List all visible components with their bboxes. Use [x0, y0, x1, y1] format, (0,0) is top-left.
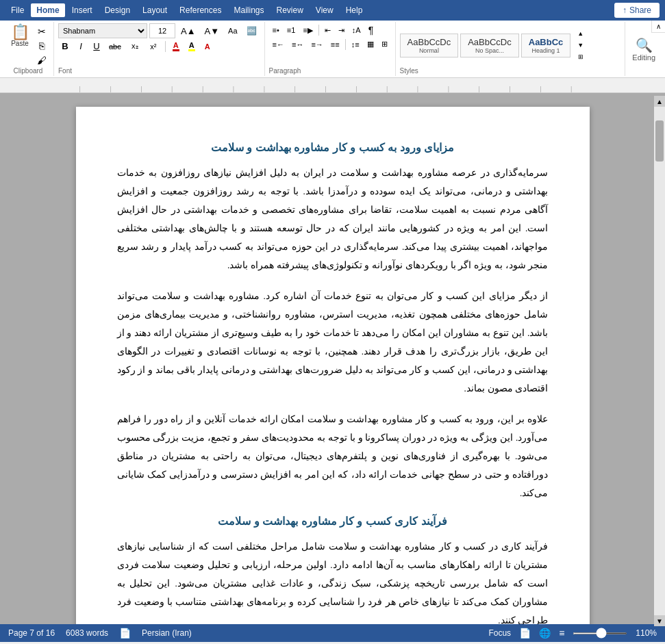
strikethrough-button[interactable]: abc — [105, 41, 125, 52]
font-group: Shabnam A▲ A▼ Aa 🔤 B I U abc x₂ x² A A A — [54, 22, 265, 76]
view-print-button[interactable]: 📄 — [519, 628, 531, 639]
home-menu-item[interactable]: Home — [31, 3, 64, 17]
font-color-button[interactable]: A — [169, 40, 183, 53]
underline-button[interactable]: U — [90, 40, 103, 53]
cut-button[interactable]: ✂ — [34, 25, 49, 38]
language-label: Persian (Iran) — [142, 628, 192, 638]
shading-button[interactable]: ▦ — [364, 38, 377, 50]
scroll-thumb[interactable] — [655, 120, 664, 162]
mailings-menu-item[interactable]: Mailings — [228, 3, 269, 17]
heading-2: فرآیند کاری کسب و کار مشاوره بهداشت و سل… — [117, 515, 549, 528]
view-outline-button[interactable]: ≡ — [559, 628, 564, 639]
italic-button[interactable]: I — [74, 40, 88, 53]
align-center-button[interactable]: ≡↔ — [288, 39, 307, 50]
align-left-button[interactable]: ≡← — [269, 39, 288, 50]
share-button[interactable]: ↑ Share — [614, 3, 660, 18]
scroll-up-button[interactable]: ▲ — [654, 96, 665, 107]
document-page: مزایای ورود به کسب و کار مشاوره بهداشت و… — [76, 107, 590, 624]
paste-icon: 📋 — [11, 25, 29, 40]
justify-button[interactable]: ≡≡ — [327, 39, 343, 50]
border-button[interactable]: ⊞ — [378, 38, 391, 50]
document-area: ▲ ▼ مزایای ورود به کسب و کار مشاوره بهدا… — [0, 93, 665, 624]
highlight-button[interactable]: A — [185, 40, 199, 53]
references-menu-item[interactable]: References — [174, 3, 227, 17]
title-bar: File Home Insert Design Layout Reference… — [0, 0, 665, 21]
paragraph-4[interactable]: فرآیند کاری در کسب و کار مشاوره بهداشت و… — [117, 537, 549, 624]
status-bar: Page 7 of 16 6083 words 📄 Persian (Iran)… — [0, 624, 665, 642]
paragraph-3[interactable]: علاوه بر این، ورود به کسب و کار مشاوره ب… — [117, 410, 549, 502]
numbering-button[interactable]: ≡1 — [284, 25, 299, 36]
view-menu-item[interactable]: View — [310, 3, 339, 17]
styles-group: AaBbCcDc Normal AaBbCcDc No Spac... AaBb… — [396, 22, 626, 76]
focus-button[interactable]: Focus — [488, 628, 511, 638]
style-no-space[interactable]: AaBbCcDc No Spac... — [460, 34, 519, 57]
heading-1: مزایای ورود به کسب و کار مشاوره بهداشت و… — [117, 141, 549, 154]
format-painter-button[interactable]: 🖌 — [34, 53, 49, 67]
superscript-button[interactable]: x² — [145, 41, 162, 52]
styles-scroll-down[interactable]: ▼ — [574, 40, 587, 51]
paragraph-1[interactable]: سرمایه‌گذاری در عرصه مشاوره بهداشت و سلا… — [117, 164, 549, 274]
paste-button[interactable]: 📋 Paste — [7, 23, 33, 49]
page-info: Page 7 of 16 — [8, 628, 55, 638]
subscript-button[interactable]: x₂ — [127, 40, 143, 52]
help-menu-item[interactable]: Help — [340, 3, 368, 17]
decrease-indent-button[interactable]: ⇤ — [321, 25, 334, 36]
insert-menu-item[interactable]: Insert — [66, 3, 98, 17]
sort-button[interactable]: ↕A — [349, 25, 364, 36]
ruler: | | | | | | | | | | | | | | | | | — [0, 78, 665, 93]
language-icon: 📄 — [119, 628, 131, 639]
share-icon: ↑ — [623, 5, 627, 15]
bullets-button[interactable]: ≡• — [269, 25, 283, 36]
style-normal[interactable]: AaBbCcDc Normal — [400, 34, 459, 57]
increase-font-button[interactable]: A▲ — [177, 25, 199, 38]
file-menu-item[interactable]: File — [5, 3, 29, 17]
align-right-button[interactable]: ≡→ — [308, 39, 326, 50]
style-heading1[interactable]: AaBbCc Heading 1 — [521, 34, 571, 57]
paragraph-group: ≡• ≡1 ≡▶ ⇤ ⇥ ↕A ¶ ≡← ≡↔ ≡→ ≡≡ ↕≡ ▦ ⊞ Par… — [265, 22, 396, 76]
paragraph-2[interactable]: از دیگر مزایای این کسب و کار می‌توان به … — [117, 287, 549, 398]
increase-indent-button[interactable]: ⇥ — [335, 25, 348, 36]
decrease-font-button[interactable]: A▼ — [201, 25, 223, 38]
copy-button[interactable]: ⎘ — [34, 39, 49, 53]
change-case-button[interactable]: Aa — [225, 25, 240, 36]
collapse-ribbon-button[interactable]: ∧ — [651, 21, 665, 33]
word-count: 6083 words — [66, 628, 108, 638]
font-size-input[interactable] — [149, 23, 175, 38]
search-icon: 🔍 — [636, 37, 653, 53]
zoom-level: 110% — [636, 628, 657, 638]
zoom-slider[interactable] — [573, 632, 627, 634]
show-marks-button[interactable]: ¶ — [365, 23, 377, 37]
line-spacing-button[interactable]: ↕≡ — [348, 39, 363, 50]
view-web-button[interactable]: 🌐 — [539, 628, 551, 639]
clipboard-group: 📋 Paste ✂ ⎘ 🖌 Clipboard — [3, 22, 54, 76]
layout-menu-item[interactable]: Layout — [137, 3, 173, 17]
review-menu-item[interactable]: Review — [271, 3, 308, 17]
bold-button[interactable]: B — [58, 40, 72, 53]
design-menu-item[interactable]: Design — [99, 3, 136, 17]
font-name-select[interactable]: Shabnam — [58, 23, 147, 38]
scroll-down-button[interactable]: ▼ — [654, 615, 665, 624]
text-effects-button[interactable]: A — [201, 41, 214, 52]
styles-more[interactable]: ⊞ — [574, 51, 587, 62]
styles-scroll-up[interactable]: ▲ — [574, 28, 587, 39]
clear-format-button[interactable]: 🔤 — [243, 25, 260, 37]
multilevel-list-button[interactable]: ≡▶ — [299, 25, 316, 36]
